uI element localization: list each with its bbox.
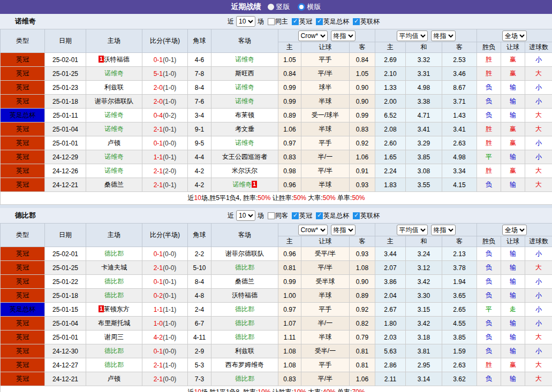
away-team-cell: 诺维奇 — [211, 95, 278, 109]
match-result-cell: 负 — [477, 330, 501, 344]
team-name-text: 桑德兰 — [104, 181, 124, 188]
half-time-score: (0-0) — [163, 250, 176, 258]
handicap-cell: 平手 — [301, 53, 350, 67]
league-filter-checkbox[interactable] — [353, 18, 360, 25]
corner-cell: 9-5 — [188, 136, 211, 150]
handicap-result-cell: 赢 — [501, 53, 525, 67]
same-venue-checkbox[interactable] — [268, 212, 275, 219]
full-time-score: 0-2 — [154, 292, 163, 299]
radio-option-label[interactable]: 竖版 — [276, 2, 290, 12]
full-match-select[interactable]: 全场 — [502, 225, 527, 235]
half-time-score: (0-1) — [163, 292, 176, 299]
crow-home-odds-cell: 0.97 — [278, 303, 301, 317]
avg-home-odds-cell: 2.69 — [375, 53, 406, 67]
final-odds-select[interactable]: 终指 — [331, 30, 356, 41]
handicap-cell: 平/半 — [301, 261, 350, 275]
avg-away-odds-cell: 3.34 — [442, 164, 477, 178]
league-filter-checkbox[interactable] — [292, 212, 299, 219]
crow-home-odds-cell: 0.84 — [278, 67, 301, 81]
bookmaker-select[interactable]: Crow* — [298, 30, 328, 41]
final-odds-select[interactable]: 终指 — [431, 30, 456, 41]
match-result-cell: 胜 — [477, 136, 501, 150]
column-header: 日期 — [45, 224, 86, 247]
score-cell: 2-1(1-0) — [142, 358, 188, 372]
goals-result-cell: 大 — [525, 109, 552, 122]
match-row: 英冠25-01-01谢周三4-2(1-0)4-11德比郡1.11半球0.792.… — [1, 330, 552, 344]
match-row: 英冠24-12-27德比郡2-1(1-0)5-3西布罗姆维奇1.08平手0.81… — [1, 358, 552, 372]
league-filter-checkbox[interactable] — [316, 18, 323, 25]
handicap-cell: 受一/球半 — [301, 109, 350, 122]
home-team-cell: 布里斯托城 — [86, 317, 142, 330]
avg-away-odds-cell: 2.53 — [442, 53, 477, 67]
radio-option-label[interactable]: 横版 — [307, 2, 321, 12]
date-cell: 24-12-21 — [45, 178, 86, 192]
date-cell: 24-12-21 — [45, 372, 86, 386]
away-team-cell: 沃特福德 — [211, 289, 278, 303]
radio-icon[interactable] — [268, 4, 274, 10]
handicap-result-cell: 输 — [501, 109, 525, 122]
score-cell: 2-1(0-1) — [142, 122, 188, 136]
full-time-score: 0-1 — [154, 56, 163, 64]
summary-text: 70% — [352, 388, 365, 392]
rank-badge: 1 — [252, 181, 257, 188]
match-result-cell: 负 — [477, 178, 501, 192]
radio-icon[interactable] — [298, 3, 305, 11]
match-row: 英冠24-12-30德比郡0-1(0-0)2-9利兹联1.08受半/一0.815… — [1, 344, 552, 358]
crow-away-odds-cell: 0.92 — [350, 136, 375, 150]
league-type-cell: 英冠 — [1, 358, 45, 372]
league-filter-checkbox[interactable] — [353, 212, 360, 219]
matches-table: 类型日期主场比分(半场)角球客场Crow*终指平均值终指全场 主让球客主和客胜负… — [0, 223, 552, 392]
average-select[interactable]: 平均值 — [397, 225, 428, 235]
away-team-cell: 谢菲尔德联队 — [211, 247, 278, 261]
avg-draw-odds-cell: 3.15 — [406, 303, 442, 317]
team-name-text: 西布罗姆维奇 — [225, 361, 264, 368]
recent-count-select[interactable]: 10 — [236, 16, 255, 27]
summary-text: 40% — [323, 388, 336, 392]
handicap-result-cell: 输 — [501, 178, 525, 192]
handicap-result-cell: 赢 — [501, 122, 525, 136]
goals-result-cell: 大 — [525, 122, 552, 136]
sub-column-header: 和 — [406, 42, 442, 53]
league-type-cell: 英冠 — [1, 53, 45, 67]
same-venue-checkbox[interactable] — [268, 18, 275, 25]
handicap-result-cell: 赢 — [501, 164, 525, 178]
layout-radio-option-1[interactable]: 横版 — [298, 2, 321, 12]
team-name-text: 诺维奇 — [235, 56, 254, 63]
crow-home-odds-cell: 1.08 — [278, 344, 301, 358]
away-team-cell: 德比郡 — [211, 261, 278, 275]
full-time-score: 1-0 — [154, 320, 163, 327]
recent-count-select[interactable]: 10 — [236, 210, 255, 221]
bookmaker-odds-group-header: Crow*终指 — [278, 29, 375, 42]
sub-column-header: 主 — [375, 42, 406, 53]
score-cell: 0-1(0-1) — [142, 53, 188, 67]
crow-home-odds-cell: 1.08 — [278, 358, 301, 372]
avg-home-odds-cell: 2.86 — [375, 358, 406, 372]
avg-home-odds-cell: 5.63 — [375, 344, 406, 358]
date-cell: 24-12-30 — [45, 344, 86, 358]
bookmaker-select[interactable]: Crow* — [298, 225, 328, 235]
team-name-text: 诺维奇 — [104, 153, 124, 160]
match-result-cell: 平 — [477, 150, 501, 164]
away-team-cell: 诺维奇 — [211, 53, 278, 67]
avg-home-odds-cell: 2.24 — [375, 164, 406, 178]
home-team-cell: 卡迪夫城 — [86, 261, 142, 275]
summary-text: 10% — [258, 388, 270, 392]
corner-cell: 5-3 — [188, 358, 211, 372]
league-filter-checkbox[interactable] — [292, 18, 299, 25]
full-match-select[interactable]: 全场 — [502, 30, 527, 41]
team-name-text: 德比郡 — [104, 361, 124, 368]
match-result-cell: 胜 — [477, 358, 501, 372]
full-time-score: 2-1 — [154, 126, 163, 133]
average-select[interactable]: 平均值 — [397, 30, 428, 41]
final-odds-select[interactable]: 终指 — [431, 225, 456, 235]
league-type-cell: 英冠 — [1, 317, 45, 330]
final-odds-select[interactable]: 终指 — [331, 225, 356, 235]
layout-radio-option-0[interactable]: 竖版 — [268, 2, 290, 12]
home-team-cell: 诺维奇 — [86, 150, 142, 164]
date-cell: 25-01-04 — [45, 317, 86, 330]
date-cell: 24-12-26 — [45, 164, 86, 178]
column-header: 角球 — [188, 224, 211, 247]
league-filter-checkbox[interactable] — [316, 212, 323, 219]
table-header-row-groups: 类型日期主场比分(半场)角球客场Crow*终指平均值终指全场 — [1, 224, 552, 236]
avg-away-odds-cell: 4.55 — [442, 317, 477, 330]
